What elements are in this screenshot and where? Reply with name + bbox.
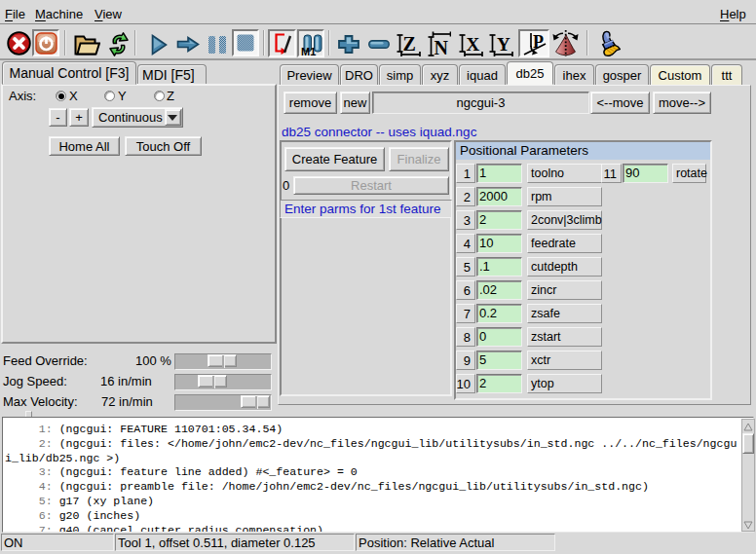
- svg-text:Y: Y: [497, 34, 510, 55]
- svg-text:Z: Z: [403, 33, 416, 55]
- svg-text:M1: M1: [301, 46, 316, 56]
- svg-text:X: X: [467, 34, 480, 55]
- svg-text:N: N: [435, 37, 449, 57]
